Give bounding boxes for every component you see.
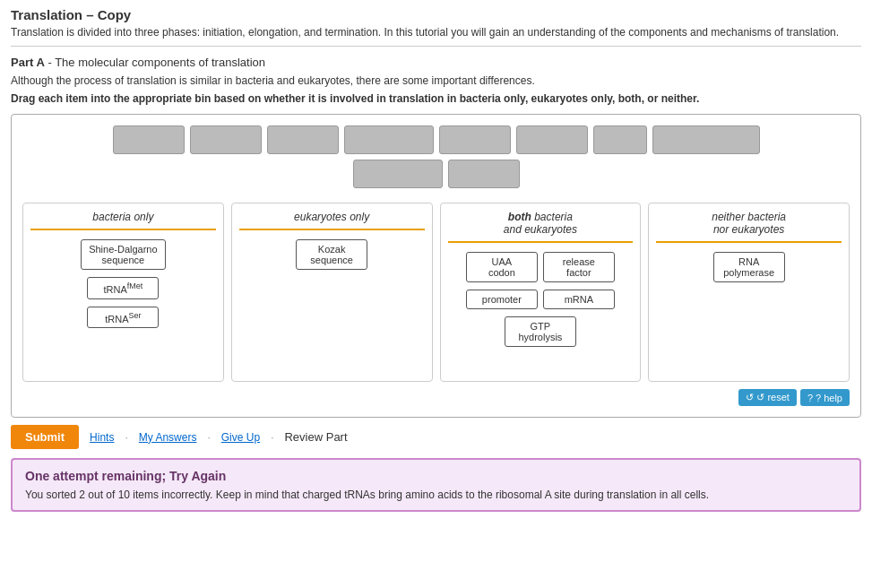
page-subtitle: Translation is divided into three phases…: [11, 26, 861, 47]
feedback-box: One attempt remaining; Try Again You sor…: [11, 458, 861, 512]
trna-ser-item[interactable]: tRNASer: [87, 307, 159, 329]
bin-bacteria-header: bacteria only: [30, 211, 216, 230]
help-icon: ?: [807, 393, 813, 403]
bin-neither: neither bacterianor eukaryotes RNApolyme…: [648, 203, 850, 382]
help-button[interactable]: ? ? help: [800, 389, 850, 406]
bin-both-label: both: [508, 211, 531, 223]
instruction: Drag each item into the appropriate bin …: [11, 92, 861, 105]
separator2: ·: [207, 431, 210, 444]
gtp-hydrolysis-item[interactable]: GTPhydrolysis: [505, 316, 576, 347]
uaa-codon-item[interactable]: UAAcodon: [466, 252, 538, 282]
bin-neither-items: RNApolymerase: [656, 252, 842, 282]
drag-item[interactable]: [448, 160, 520, 188]
bin-bacteria-label: only: [134, 211, 153, 223]
help-label: ? help: [816, 393, 842, 403]
bin-both-header: both bacteriaand eukaryotes: [448, 211, 634, 243]
submit-button[interactable]: Submit: [11, 425, 79, 449]
give-up-button[interactable]: Give Up: [221, 431, 260, 444]
drag-item[interactable]: [344, 125, 434, 154]
mrna-item[interactable]: mRNA: [543, 290, 615, 309]
bin-eukaryotes-label: only: [350, 211, 369, 223]
drag-item[interactable]: [593, 125, 647, 154]
bin-eukaryotes-only: eukaryotes only Kozaksequence: [231, 203, 433, 382]
bin-both-items: UAAcodon releasefactor promoter mRNA GTP…: [448, 252, 634, 347]
reset-label: ↺ reset: [756, 392, 790, 403]
feedback-title: One attempt remaining; Try Again: [25, 469, 847, 483]
bin-eukaryotes-header: eukaryotes only: [239, 211, 425, 230]
bin-bacteria-items: Shine-Dalgarnosequence tRNAfMet tRNASer: [30, 239, 216, 328]
kozak-sequence-item[interactable]: Kozaksequence: [296, 239, 367, 270]
feedback-text: You sorted 2 out of 10 items incorrectly…: [25, 489, 847, 501]
drag-item[interactable]: [439, 125, 511, 154]
page-title: Translation – Copy: [11, 7, 861, 22]
bin-neither-header: neither bacterianor eukaryotes: [656, 211, 842, 243]
reset-icon: ↺: [746, 392, 754, 403]
drag-item[interactable]: [652, 125, 760, 154]
part-label: Part A: [11, 56, 45, 69]
promoter-item[interactable]: promoter: [466, 290, 538, 309]
bin-neither-label: neither: [712, 211, 745, 223]
controls-row: ↺ ↺ reset ? ? help: [22, 389, 850, 406]
my-answers-button[interactable]: My Answers: [139, 431, 197, 444]
main-activity-box: bacteria only Shine-Dalgarnosequence tRN…: [11, 114, 861, 418]
drag-items-area: [22, 125, 850, 188]
trna-fmet-item[interactable]: tRNAfMet: [87, 277, 159, 299]
bin-bacteria-only: bacteria only Shine-Dalgarnosequence tRN…: [22, 203, 224, 382]
part-desc: - The molecular components of translatio…: [47, 56, 265, 69]
drag-item[interactable]: [516, 125, 588, 154]
drag-item[interactable]: [190, 125, 262, 154]
drag-item[interactable]: [353, 160, 443, 188]
hints-button[interactable]: Hints: [90, 431, 114, 444]
release-factor-item[interactable]: releasefactor: [543, 252, 615, 282]
bin-both: both bacteriaand eukaryotes UAAcodon rel…: [440, 203, 642, 382]
separator: ·: [125, 431, 127, 444]
review-part-label: Review Part: [284, 430, 347, 444]
separator3: ·: [271, 431, 273, 444]
drag-item[interactable]: [113, 125, 185, 154]
bins-area: bacteria only Shine-Dalgarnosequence tRN…: [22, 203, 850, 382]
bottom-controls: Submit Hints · My Answers · Give Up · Re…: [11, 425, 861, 449]
description: Although the process of translation is s…: [11, 74, 861, 87]
bin-eukaryotes-items: Kozaksequence: [239, 239, 425, 270]
reset-button[interactable]: ↺ ↺ reset: [738, 389, 797, 406]
rna-polymerase-item[interactable]: RNApolymerase: [713, 252, 785, 282]
shine-dalgarno-item[interactable]: Shine-Dalgarnosequence: [81, 239, 165, 270]
drag-item[interactable]: [267, 125, 339, 154]
